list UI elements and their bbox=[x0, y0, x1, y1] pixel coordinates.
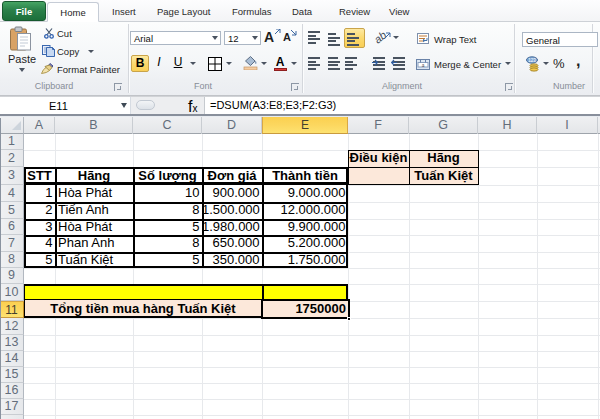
svg-text:123: 123 bbox=[528, 58, 536, 63]
svg-text:a: a bbox=[422, 62, 425, 68]
